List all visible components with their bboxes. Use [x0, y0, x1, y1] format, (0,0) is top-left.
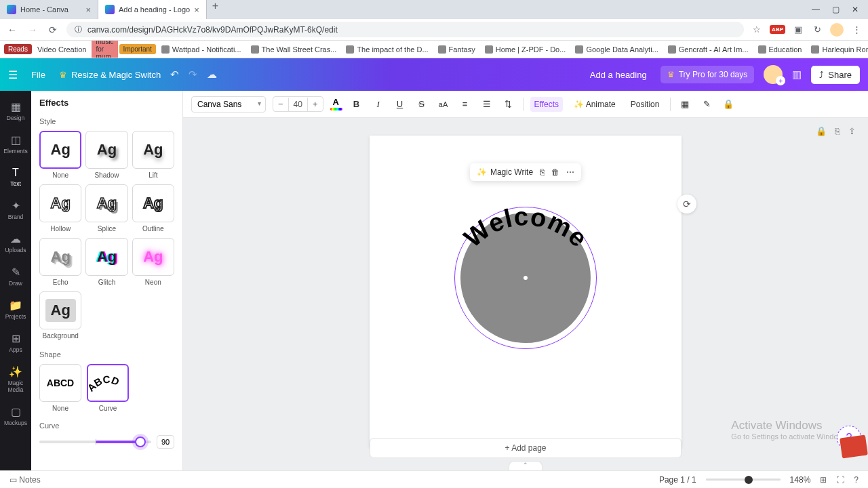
url-field[interactable]: ⓘ canva.com/design/DAGHckVz7o8/kv9DAmOfP…	[66, 22, 744, 37]
shape-none[interactable]: ABCDNone	[39, 364, 81, 412]
nav-mockups[interactable]: ▢Mockups	[1, 401, 31, 430]
bookmark-item[interactable]: Education	[754, 43, 806, 56]
strikethrough-button[interactable]: S	[414, 97, 429, 112]
window-minimize[interactable]: —	[812, 5, 820, 14]
bookmark-item[interactable]: Home | Z-PDF - Do...	[481, 43, 570, 56]
lock-icon[interactable]: 🔒	[721, 97, 736, 112]
window-maximize[interactable]: ▢	[832, 5, 840, 14]
style-hollow[interactable]: AgHollow	[39, 184, 81, 232]
add-page-button[interactable]: + Add page	[370, 438, 682, 458]
font-family-select[interactable]: Canva Sans	[191, 96, 266, 113]
undo-icon[interactable]: ↶	[170, 68, 179, 81]
grid-view-icon[interactable]: ⊞	[820, 475, 827, 485]
menu-icon[interactable]: ☰	[8, 68, 18, 81]
style-background[interactable]: AgBackground	[39, 291, 81, 340]
effects-button[interactable]: Effects	[530, 97, 563, 112]
style-shadow[interactable]: AgShadow	[85, 131, 127, 179]
style-none[interactable]: AgNone	[39, 131, 81, 179]
zoom-value[interactable]: 148%	[790, 475, 811, 485]
underline-button[interactable]: U	[393, 97, 408, 112]
bookmark-item[interactable]: Google Data Analyti...	[571, 43, 662, 56]
bookmark-item[interactable]: Fantasy	[434, 43, 479, 56]
copy-style-icon[interactable]: ✎	[699, 97, 714, 112]
more-icon[interactable]: ⋯	[566, 167, 574, 177]
site-info-icon[interactable]: ⓘ	[75, 24, 82, 35]
page-indicator[interactable]: Page 1 / 1	[659, 475, 696, 485]
style-echo[interactable]: AgEcho	[39, 238, 81, 286]
nav-elements[interactable]: ◫Elements	[1, 129, 31, 159]
analytics-icon[interactable]: ▥	[792, 68, 802, 81]
transparency-icon[interactable]: ▦	[677, 97, 692, 112]
fullscreen-icon[interactable]: ⛶	[836, 475, 844, 485]
corner-ad-card[interactable]	[840, 435, 868, 459]
cloud-sync-icon[interactable]: ☁	[207, 68, 217, 81]
align-button[interactable]: ≡	[458, 97, 473, 112]
list-button[interactable]: ☰	[479, 97, 494, 112]
bookmark-item[interactable]: Wattpad - Notificati...	[157, 43, 245, 56]
new-tab-button[interactable]: +	[207, 0, 224, 19]
add-member-icon[interactable]: +	[776, 76, 785, 85]
duplicate-icon[interactable]: ⎘	[540, 167, 545, 177]
browser-tab-design[interactable]: Add a heading - Logo ×	[98, 0, 207, 19]
font-size-input[interactable]: 40	[288, 98, 308, 111]
bookmark-star-icon[interactable]: ☆	[751, 24, 763, 36]
close-icon[interactable]: ×	[85, 5, 91, 15]
delete-icon[interactable]: 🗑	[551, 167, 559, 177]
zoom-slider[interactable]	[706, 479, 781, 481]
position-button[interactable]: Position	[627, 97, 664, 112]
adblock-icon[interactable]: ABP	[770, 25, 785, 34]
help-icon[interactable]: ?	[854, 475, 859, 485]
close-icon[interactable]: ×	[194, 5, 199, 15]
page-expand-tab[interactable]: ⌃	[509, 461, 542, 470]
style-glitch[interactable]: AgGlitch	[85, 238, 127, 286]
nav-design[interactable]: ▦Design	[1, 96, 31, 125]
nav-text[interactable]: TText	[1, 163, 31, 191]
curved-text-element[interactable]: Welcome	[448, 195, 604, 293]
italic-button[interactable]: I	[371, 97, 386, 112]
history-icon[interactable]: ↻	[811, 24, 823, 36]
font-size-decrease[interactable]: −	[273, 97, 288, 111]
lock-page-icon[interactable]: 🔒	[816, 126, 827, 136]
export-page-icon[interactable]: ⇪	[848, 126, 856, 136]
try-pro-button[interactable]: ♛Try Pro for 30 days	[660, 66, 755, 83]
bookmark-music[interactable]: music for mum	[92, 41, 117, 58]
magic-write-button[interactable]: ✨ Magic Write	[477, 167, 533, 177]
spacing-button[interactable]: ⇅	[501, 97, 516, 112]
animate-button[interactable]: ✨ Animate	[570, 97, 620, 112]
file-menu[interactable]: File	[27, 67, 50, 83]
design-page[interactable]: Welcome	[370, 136, 682, 447]
bookmark-video[interactable]: Video Creation	[33, 43, 91, 56]
shape-curve[interactable]: ABCD Curve	[87, 364, 129, 412]
bookmark-important[interactable]: Important	[119, 44, 156, 54]
forward-button[interactable]: →	[26, 24, 39, 35]
style-outline[interactable]: AgOutline	[132, 184, 174, 232]
case-button[interactable]: aA	[436, 97, 451, 112]
profile-avatar[interactable]	[830, 23, 844, 37]
curve-value-input[interactable]: 90	[157, 435, 174, 449]
style-lift[interactable]: AgLift	[132, 131, 174, 179]
bookmark-item[interactable]: Gencraft - AI Art Im...	[664, 43, 753, 56]
user-avatar[interactable]: +	[764, 65, 783, 84]
bookmark-item[interactable]: The Wall Street Cras...	[247, 43, 341, 56]
nav-draw[interactable]: ✎Draw	[1, 262, 31, 291]
bold-button[interactable]: B	[349, 97, 364, 112]
share-button[interactable]: ⤴ Share	[811, 66, 860, 84]
curve-slider[interactable]	[39, 441, 151, 443]
browser-tab-home[interactable]: Home - Canva ×	[0, 0, 98, 19]
regenerate-icon[interactable]: ⟳	[677, 195, 696, 214]
document-title[interactable]: Add a heading	[586, 67, 651, 83]
nav-uploads[interactable]: ☁Uploads	[1, 228, 31, 258]
redo-icon[interactable]: ↷	[189, 68, 197, 81]
style-splice[interactable]: AgSplice	[85, 184, 127, 232]
reload-button[interactable]: ⟳	[46, 24, 60, 35]
resize-magic-switch[interactable]: ♛Resize & Magic Switch	[59, 70, 161, 80]
menu-icon[interactable]: ⋮	[850, 24, 863, 36]
nav-brand[interactable]: ✦Brand	[1, 195, 31, 224]
nav-magic-media[interactable]: ✨Magic Media	[1, 361, 31, 397]
font-size-increase[interactable]: +	[308, 97, 323, 111]
window-close[interactable]: ✕	[852, 5, 859, 14]
duplicate-page-icon[interactable]: ⎘	[835, 126, 840, 136]
extension-icon[interactable]: ▣	[792, 24, 804, 36]
bookmark-item[interactable]: The impact of the D...	[342, 43, 432, 56]
text-color-picker[interactable]	[330, 98, 342, 110]
